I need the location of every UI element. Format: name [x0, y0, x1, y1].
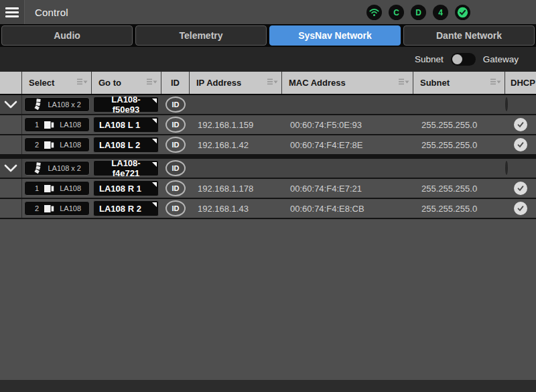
mac-cell: 00:60:74:F4:E8:CB — [282, 204, 413, 214]
dropdown-corner-icon — [152, 162, 157, 167]
select-group-button[interactable]: LA108 x 2 — [24, 97, 90, 112]
dhcp-checkbox-checked[interactable] — [514, 138, 527, 151]
goto-group-dropdown[interactable]: LA108-f4e721 — [93, 160, 159, 176]
hamburger-menu-button[interactable] — [0, 0, 25, 24]
subnet-gateway-toggle[interactable] — [451, 53, 476, 66]
goto-unit-dropdown[interactable]: LA108 R 2 — [93, 200, 159, 216]
wifi-icon — [366, 5, 382, 20]
table-row-group-2: LA108 x 2 LA108-f4e721 ID — [0, 159, 536, 179]
id-button[interactable]: ID — [165, 160, 186, 176]
subnet-cell: 255.255.255.0 — [413, 184, 505, 194]
id-button[interactable]: ID — [165, 200, 186, 216]
header-goto[interactable]: Go to — [92, 72, 161, 94]
dropdown-corner-icon — [152, 119, 157, 123]
sort-icon[interactable] — [267, 78, 278, 88]
gateway-label: Gateway — [483, 54, 519, 64]
dropdown-corner-icon — [152, 139, 157, 143]
table-row-unit: 1 LA108 LA108 L 1 ID 192.168.1.159 00:60… — [0, 115, 536, 135]
subnet-label: Subnet — [415, 54, 444, 64]
empty-area — [0, 219, 536, 380]
table-row-group-1: LA108 x 2 LA108-f50e93 ID — [0, 95, 536, 115]
collapse-chevron-button[interactable] — [0, 95, 22, 114]
check-circle-icon — [455, 5, 470, 20]
header-expand-col — [0, 72, 22, 94]
goto-unit-dropdown[interactable]: LA108 L 1 — [93, 117, 159, 133]
bottom-bar — [0, 380, 536, 392]
mac-cell: 00:60:74:F4:E7:21 — [282, 184, 413, 194]
collapse-chevron-button[interactable] — [0, 159, 22, 178]
header-subnet[interactable]: Subnet — [413, 72, 505, 94]
ip-cell: 192.168.1.43 — [190, 204, 282, 214]
control-screen: Control C D 4 Audio Telemetry S — [0, 0, 536, 392]
select-unit-button[interactable]: 1 LA108 — [24, 181, 90, 196]
id-button[interactable]: ID — [165, 117, 186, 133]
goto-unit-dropdown[interactable]: LA108 R 1 — [93, 180, 159, 196]
dropdown-corner-icon — [152, 182, 157, 187]
status-d-icon: D — [411, 5, 426, 20]
dhcp-checkbox-checked[interactable] — [514, 182, 527, 195]
dhcp-checkbox-unchecked[interactable] — [505, 97, 508, 111]
subnet-cell: 255.255.255.0 — [413, 120, 505, 130]
goto-group-dropdown[interactable]: LA108-f50e93 — [93, 96, 159, 113]
dhcp-checkbox-checked[interactable] — [514, 118, 527, 131]
ip-cell: 192.168.1.42 — [190, 140, 282, 150]
speaker-icon — [44, 185, 54, 192]
id-button[interactable]: ID — [165, 137, 186, 153]
tab-audio[interactable]: Audio — [1, 25, 133, 46]
tab-dante-network[interactable]: Dante Network — [403, 25, 535, 46]
header-id: ID — [161, 72, 190, 94]
goto-unit-dropdown[interactable]: LA108 L 2 — [93, 137, 159, 153]
ip-cell: 192.168.1.159 — [190, 120, 282, 130]
line-array-icon — [34, 162, 42, 174]
status-icon-group: C D 4 — [366, 5, 470, 20]
header-dhcp: DHCP — [505, 72, 536, 94]
select-unit-button[interactable]: 1 LA108 — [24, 117, 90, 132]
dropdown-corner-icon — [152, 202, 157, 207]
status-count-icon: 4 — [433, 5, 448, 20]
select-unit-button[interactable]: 2 LA108 — [24, 201, 90, 216]
status-c-icon: C — [389, 5, 404, 20]
page-title: Control — [35, 7, 68, 18]
mac-cell: 00:60:74:F5:0E:93 — [282, 120, 413, 130]
speaker-icon — [44, 121, 54, 129]
header-select[interactable]: Select — [22, 72, 92, 94]
tab-bar: Audio Telemetry SysNav Network Dante Net… — [0, 24, 536, 47]
ip-cell: 192.168.1.178 — [190, 184, 282, 194]
mac-cell: 00:60:74:F4:E7:8E — [282, 140, 413, 150]
tab-telemetry[interactable]: Telemetry — [135, 25, 267, 46]
dropdown-corner-icon — [152, 99, 157, 103]
select-group-button[interactable]: LA108 x 2 — [24, 161, 90, 176]
dhcp-checkbox-unchecked[interactable] — [505, 161, 508, 175]
tab-sysnav-network[interactable]: SysNav Network — [269, 25, 401, 46]
table-row-unit: 2 LA108 LA108 L 2 ID 192.168.1.42 00:60:… — [0, 135, 536, 155]
toggle-knob — [452, 54, 462, 64]
select-unit-button[interactable]: 2 LA108 — [24, 137, 90, 152]
dhcp-checkbox-checked[interactable] — [514, 202, 527, 215]
table-header: Select Go to ID IP Address MAC Address S — [0, 72, 536, 95]
header-ip-address[interactable]: IP Address — [190, 72, 282, 94]
sort-icon[interactable] — [77, 78, 88, 88]
speaker-icon — [44, 141, 54, 149]
subnet-cell: 255.255.255.0 — [413, 204, 505, 214]
id-button[interactable]: ID — [165, 96, 186, 113]
top-bar: Control C D 4 — [0, 0, 536, 24]
line-array-icon — [34, 99, 42, 111]
id-button[interactable]: ID — [165, 180, 186, 196]
sort-icon[interactable] — [147, 78, 157, 88]
header-mac-address[interactable]: MAC Address — [282, 72, 413, 94]
table-row-unit: 1 LA108 LA108 R 1 ID 192.168.1.178 00:60… — [0, 179, 536, 199]
subnet-cell: 255.255.255.0 — [413, 140, 505, 150]
sort-icon[interactable] — [490, 78, 501, 88]
table-row-unit: 2 LA108 LA108 R 2 ID 192.168.1.43 00:60:… — [0, 199, 536, 219]
subnet-gateway-bar: Subnet Gateway — [0, 47, 536, 72]
sort-icon[interactable] — [399, 78, 409, 88]
speaker-icon — [44, 205, 54, 212]
